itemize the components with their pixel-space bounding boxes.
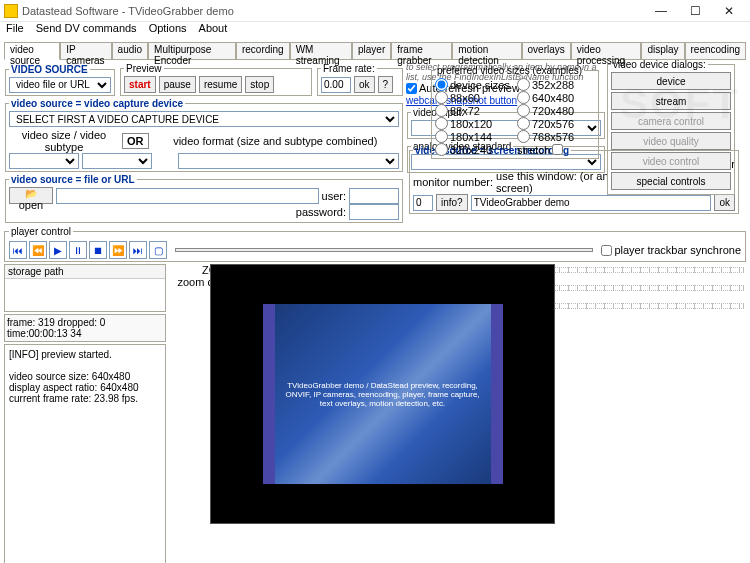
- resume-button[interactable]: resume: [199, 76, 242, 93]
- format-combined-label: video format (size and subtype combined): [152, 135, 400, 147]
- close-button[interactable]: ✕: [712, 1, 746, 21]
- storage-panel: storage path: [4, 264, 166, 312]
- size-subtype-label: video size / video subtype: [9, 129, 119, 153]
- title-text: Datastead Software - TVideoGrabber demo: [22, 5, 644, 17]
- size-640x480[interactable]: 640x480: [517, 91, 595, 104]
- size-768x576[interactable]: 768x576: [517, 130, 595, 143]
- camera-control-dialog-button[interactable]: camera control: [611, 112, 731, 130]
- player-stepfwd-icon[interactable]: ⏩: [109, 241, 127, 259]
- video-source-select[interactable]: video file or URL: [9, 77, 111, 93]
- file-url-legend: video source = file or URL: [9, 174, 137, 185]
- menu-options[interactable]: Options: [149, 22, 187, 40]
- size-180x120[interactable]: 180x120: [435, 117, 513, 130]
- video-control-dialog-button[interactable]: video control: [611, 152, 731, 170]
- user-label: user:: [322, 190, 346, 202]
- player-control-group: player control ⏮ ⏪ ▶ ⏸ ⏹ ⏩ ⏭ ▢ player tr…: [4, 226, 746, 262]
- video-format-select[interactable]: [178, 153, 399, 169]
- video-preview: TVideoGrabber demo / DataStead preview, …: [210, 264, 555, 524]
- menubar: File Send DV commands Options About: [0, 22, 750, 40]
- framerate-input[interactable]: [321, 77, 351, 93]
- stop-button[interactable]: stop: [245, 76, 274, 93]
- framerate-help[interactable]: ?: [378, 76, 394, 93]
- or-label: OR: [122, 133, 149, 149]
- tab-reencoding[interactable]: reencoding: [685, 42, 746, 59]
- preferred-sizes-legend: preferred video sizes (examples): [435, 65, 584, 76]
- password-label: password:: [296, 206, 346, 218]
- device-dialog-button[interactable]: device: [611, 72, 731, 90]
- player-stop-icon[interactable]: ⏹: [89, 241, 107, 259]
- video-quality-dialog-button[interactable]: video quality: [611, 132, 731, 150]
- size-720x480[interactable]: 720x480: [517, 104, 595, 117]
- tab-overlays[interactable]: overlays: [522, 42, 571, 59]
- start-button[interactable]: start: [124, 76, 156, 93]
- video-subtype-select[interactable]: [82, 153, 152, 169]
- size-180x144[interactable]: 180x144: [435, 130, 513, 143]
- size-88x72[interactable]: 88x72: [435, 104, 513, 117]
- monitor-number-input[interactable]: [413, 195, 433, 211]
- tab-frame-grabber[interactable]: frame grabber: [391, 42, 452, 59]
- tab-recording[interactable]: recording: [236, 42, 290, 59]
- player-stepback-icon[interactable]: ⏪: [29, 241, 47, 259]
- capture-device-legend: video source = video capture device: [9, 98, 185, 109]
- file-url-input[interactable]: [56, 188, 319, 204]
- player-control-legend: player control: [9, 226, 73, 237]
- app-icon: [4, 4, 18, 18]
- stretch-check[interactable]: stretch: [517, 143, 595, 156]
- menu-file[interactable]: File: [6, 22, 24, 40]
- screen-rec-ok[interactable]: ok: [714, 194, 735, 211]
- player-trackbar[interactable]: [175, 248, 593, 252]
- storage-path-value: [5, 279, 165, 293]
- player-rewind-icon[interactable]: ⏮: [9, 241, 27, 259]
- video-size-select[interactable]: [9, 153, 79, 169]
- monitor-label: monitor number:: [413, 176, 493, 188]
- titlebar: Datastead Software - TVideoGrabber demo …: [0, 0, 750, 22]
- size-88x60[interactable]: 88x60: [435, 91, 513, 104]
- tab-ip-cameras[interactable]: IP cameras: [60, 42, 111, 59]
- password-input[interactable]: [349, 204, 399, 220]
- player-play-icon[interactable]: ▶: [49, 241, 67, 259]
- stream-dialog-button[interactable]: stream: [611, 92, 731, 110]
- preview-overlay-text: TVideoGrabber demo / DataStead preview, …: [275, 373, 491, 416]
- open-button[interactable]: 📂 open: [9, 187, 53, 204]
- framerate-ok[interactable]: ok: [354, 76, 375, 93]
- menu-about[interactable]: About: [199, 22, 228, 40]
- size-352x288[interactable]: 352x288: [517, 78, 595, 91]
- maximize-button[interactable]: ☐: [678, 1, 712, 21]
- player-extra-icon[interactable]: ▢: [149, 241, 167, 259]
- tab-audio[interactable]: audio: [112, 42, 148, 59]
- size-device[interactable]: device sizes: [435, 78, 513, 91]
- minimize-button[interactable]: —: [644, 1, 678, 21]
- tab-motion-detection[interactable]: motion detection: [452, 42, 521, 59]
- log-panel: [INFO] preview started. video source siz…: [4, 344, 166, 563]
- menu-send-dv[interactable]: Send DV commands: [36, 22, 137, 40]
- info-button[interactable]: info?: [436, 194, 468, 211]
- player-pause-icon[interactable]: ⏸: [69, 241, 87, 259]
- tab-encoder[interactable]: Multipurpose Encoder: [148, 42, 236, 59]
- special-controls-dialog-button[interactable]: special controls: [611, 172, 731, 190]
- pause-button[interactable]: pause: [159, 76, 196, 93]
- storage-label: storage path: [5, 265, 165, 279]
- user-input[interactable]: [349, 188, 399, 204]
- capture-device-select[interactable]: SELECT FIRST A VIDEO CAPTURE DEVICE: [9, 111, 399, 127]
- tab-wm-streaming[interactable]: WM streaming: [290, 42, 352, 59]
- player-end-icon[interactable]: ⏭: [129, 241, 147, 259]
- dialogs-legend: video device dialogs:: [611, 59, 708, 70]
- frame-info-panel: frame: 319 dropped: 0 time:00:00:13 34: [4, 314, 166, 342]
- size-320x240[interactable]: 320x240: [435, 143, 513, 156]
- tab-display[interactable]: display: [641, 42, 684, 59]
- tab-video-source[interactable]: video source: [4, 42, 60, 60]
- window-name-input[interactable]: [471, 195, 712, 211]
- trackbar-synchrone-check[interactable]: player trackbar synchrone: [601, 244, 741, 256]
- tab-player[interactable]: player: [352, 42, 391, 59]
- size-720x576[interactable]: 720x576: [517, 117, 595, 130]
- tab-video-processing[interactable]: video processing: [571, 42, 642, 59]
